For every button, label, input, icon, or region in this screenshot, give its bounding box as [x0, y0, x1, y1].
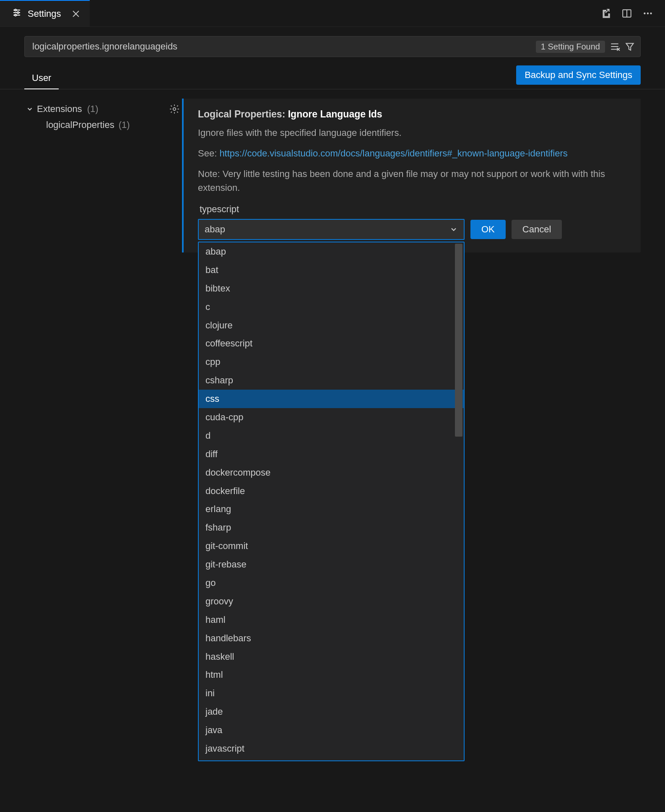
- clear-search-icon[interactable]: [609, 41, 620, 52]
- dropdown-option[interactable]: erlang: [199, 500, 464, 518]
- settings-search-box[interactable]: 1 Setting Found: [24, 36, 641, 57]
- svg-point-11: [647, 12, 649, 14]
- combobox-value: abap: [205, 224, 225, 235]
- editor-tabbar: Settings: [0, 0, 665, 27]
- dropdown-option[interactable]: csharp: [199, 371, 464, 390]
- dropdown-option[interactable]: abap: [199, 242, 464, 261]
- tab-settings[interactable]: Settings: [0, 0, 90, 26]
- dropdown-option[interactable]: clojure: [199, 316, 464, 335]
- existing-list-value: typescript: [198, 201, 628, 219]
- setting-description-note: Note: Very little testing has been done …: [198, 167, 628, 195]
- dropdown-option[interactable]: haml: [199, 611, 464, 629]
- tabbar-actions: [600, 8, 665, 19]
- cancel-button[interactable]: Cancel: [512, 220, 562, 239]
- chevron-down-icon: [449, 225, 458, 234]
- dropdown-option[interactable]: cuda-cpp: [199, 408, 464, 427]
- scope-tab-user[interactable]: User: [24, 68, 59, 89]
- dropdown-option[interactable]: groovy: [199, 592, 464, 611]
- chevron-down-icon: [26, 105, 34, 113]
- modified-indicator: [182, 99, 184, 252]
- svg-point-5: [15, 14, 16, 16]
- dropdown-option[interactable]: dockercompose: [199, 463, 464, 482]
- dropdown-option[interactable]: fsharp: [199, 518, 464, 537]
- dropdown-option[interactable]: dockerfile: [199, 482, 464, 500]
- dropdown-option[interactable]: java: [199, 721, 464, 739]
- dropdown-option[interactable]: html: [199, 666, 464, 684]
- dropdown-option[interactable]: javascript: [199, 739, 464, 758]
- split-editor-icon[interactable]: [621, 8, 632, 19]
- toc-child-count: (1): [119, 120, 130, 130]
- dropdown-option[interactable]: jade: [199, 703, 464, 721]
- dropdown-option[interactable]: coffeescript: [199, 334, 464, 353]
- language-id-combobox[interactable]: abap: [198, 219, 465, 240]
- toc-child-label: logicalProperties: [46, 120, 114, 130]
- backup-sync-button[interactable]: Backup and Sync Settings: [516, 65, 641, 85]
- setting-title: Logical Properties: Ignore Language Ids: [198, 109, 628, 120]
- dropdown-scrollbar[interactable]: [455, 244, 462, 437]
- settings-search-input[interactable]: [32, 41, 536, 52]
- settings-icon: [12, 8, 22, 20]
- svg-point-1: [15, 9, 16, 11]
- setting-description-link-line: See: https://code.visualstudio.com/docs/…: [198, 146, 628, 160]
- identifiers-doc-link[interactable]: https://code.visualstudio.com/docs/langu…: [219, 148, 567, 159]
- svg-point-3: [17, 12, 19, 13]
- language-id-dropdown[interactable]: abapbatbibtexcclojurecoffeescriptcppcsha…: [198, 242, 465, 761]
- settings-toc: Extensions (1) logicalProperties (1): [24, 99, 163, 252]
- tab-label: Settings: [28, 8, 61, 19]
- dropdown-option[interactable]: d: [199, 427, 464, 445]
- dropdown-option[interactable]: bat: [199, 261, 464, 279]
- setting-description-line1: Ignore files with the specified language…: [198, 126, 628, 140]
- dropdown-option[interactable]: diff: [199, 445, 464, 463]
- filter-icon[interactable]: [624, 41, 635, 52]
- setting-item: Logical Properties: Ignore Language Ids …: [182, 99, 641, 252]
- dropdown-option[interactable]: cpp: [199, 353, 464, 371]
- dropdown-option[interactable]: git-commit: [199, 537, 464, 555]
- dropdown-option[interactable]: git-rebase: [199, 555, 464, 574]
- dropdown-option[interactable]: go: [199, 574, 464, 592]
- dropdown-option[interactable]: ini: [199, 684, 464, 703]
- more-actions-icon[interactable]: [642, 8, 653, 19]
- toc-item-logicalproperties[interactable]: logicalProperties (1): [24, 117, 163, 133]
- gear-icon[interactable]: [167, 104, 182, 115]
- dropdown-option[interactable]: bibtex: [199, 279, 464, 298]
- dropdown-option[interactable]: haskell: [199, 648, 464, 666]
- svg-point-12: [650, 12, 652, 14]
- open-settings-json-icon[interactable]: [600, 8, 611, 19]
- ok-button[interactable]: OK: [470, 220, 506, 239]
- toc-group-extensions[interactable]: Extensions (1): [24, 101, 163, 117]
- toc-group-count: (1): [87, 104, 99, 115]
- close-icon[interactable]: [71, 9, 81, 18]
- dropdown-option[interactable]: css: [199, 390, 464, 408]
- dropdown-option[interactable]: c: [199, 298, 464, 316]
- results-count-badge: 1 Setting Found: [536, 41, 605, 53]
- svg-point-18: [173, 108, 176, 111]
- svg-point-10: [644, 12, 645, 14]
- dropdown-option[interactable]: handlebars: [199, 629, 464, 648]
- toc-group-label: Extensions: [37, 104, 82, 115]
